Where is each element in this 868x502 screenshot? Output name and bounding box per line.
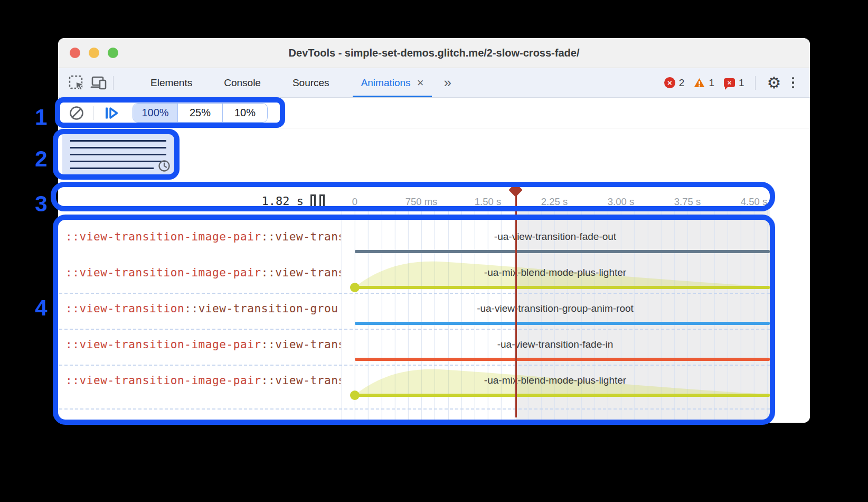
error-count: 2 [679,77,685,89]
toolbar-divider [755,76,756,90]
animation-name-label: -ua-view-transition-fade-in [341,339,770,350]
row-separator [59,329,770,330]
resume-all-button[interactable] [104,106,119,120]
callout-number-4: 4 [30,295,53,321]
toggle-device-toolbar-button[interactable] [88,72,110,94]
clear-all-icon [69,105,84,121]
panel-tabs: ElementsConsoleSourcesAnimations× [135,68,439,97]
tab-animations[interactable]: Animations× [345,68,440,97]
warning-icon [694,78,705,88]
ruler-tick-label: 4.50 s [741,196,767,208]
inspect-element-button[interactable] [65,72,88,94]
playhead-line[interactable] [515,193,517,417]
tab-label: Elements [150,77,192,89]
selector-prefix: ::view-transition-image-pair [65,230,261,243]
tab-label: Animations [361,77,411,89]
ruler-tick-label: 1.50 s [475,196,501,208]
row-separator [59,408,770,410]
animation-timeline-bar[interactable] [355,322,770,325]
ruler-tick-label: 3.00 s [608,196,634,208]
speed-button-100[interactable]: 100% [133,104,178,122]
current-time-readout: 1.82 s [262,194,304,208]
preview-line [70,147,166,148]
ruler-tick-label: 750 ms [405,196,438,208]
callout-number-3: 3 [30,191,53,217]
issues-icon: × [724,78,735,87]
selector-prefix: ::view-transition [65,302,184,315]
animation-name-label: -ua-view-transition-group-anim-root [341,303,770,314]
row-selector-text[interactable]: ::view-transition-image-pair::view-trans [65,230,341,244]
tab-elements[interactable]: Elements [135,68,208,97]
tab-sources[interactable]: Sources [277,68,345,97]
preview-line [70,140,166,142]
callout-number-2: 2 [30,146,53,172]
tab-close-icon[interactable]: × [417,77,424,89]
row-selector-text[interactable]: ::view-transition-image-pair::view-trans [65,374,341,387]
selector-prefix: ::view-transition-image-pair [65,374,261,387]
customize-menu-button[interactable] [789,74,798,92]
kebab-dot [792,77,795,80]
animation-name-label: -ua-mix-blend-mode-plus-lighter [341,267,770,278]
window-title: DevTools - simple-set-demos.glitch.me/2-… [58,38,810,68]
row-selector-text[interactable]: ::view-transition-image-pair::view-trans [65,338,341,351]
row-separator [59,365,770,366]
ruler-tick-label: 0 [352,196,357,208]
animation-tracks: ::view-transition-image-pair::view-trans… [58,210,810,423]
issues-count: 1 [739,77,744,89]
ruler-tick-label: 2.25 s [541,196,568,208]
selector-suffix: ::view-trans [261,338,341,351]
toolbar-divider [113,76,114,90]
tab-label: Sources [293,77,329,89]
issues-badge[interactable]: × 1 [724,77,744,89]
devtools-tab-bar: ElementsConsoleSourcesAnimations× » × 2 … [58,68,810,98]
row-selector-text[interactable]: ::view-transition::view-transition-grou [65,302,341,315]
selector-suffix: ::view-trans [261,230,341,243]
speed-button-25[interactable]: 25% [178,104,223,122]
selector-prefix: ::view-transition-image-pair [65,266,261,279]
playback-speed-group: 100%25%10% [133,103,268,123]
more-tabs-button[interactable]: » [439,75,455,91]
kebab-dot [792,86,795,89]
preview-line [70,154,166,155]
animations-toolbar: 100%25%10% [58,98,810,128]
preview-line [70,168,154,169]
zoom-window-button[interactable] [108,48,118,58]
active-tab-underline [353,96,432,97]
toolbar-right-group: × 2 1 × 1 ⚙ [664,74,797,92]
resume-play-icon [104,106,119,120]
animation-timeline-bar[interactable] [355,394,770,397]
preview-line [70,161,166,162]
toolbar-divider [93,106,93,120]
keyframe-dot[interactable] [350,391,360,400]
selector-suffix: ::view-transition-grou [184,302,338,315]
selector-suffix: ::view-trans [261,374,341,387]
clear-all-button[interactable] [69,105,84,121]
animation-timeline-bar[interactable] [355,250,770,253]
keyframe-dot[interactable] [350,283,360,292]
tab-console[interactable]: Console [208,68,277,97]
error-icon: × [664,77,675,88]
warning-badge[interactable]: 1 [694,77,714,89]
title-bar: DevTools - simple-set-demos.glitch.me/2-… [58,38,810,68]
traffic-lights [70,48,118,58]
tab-label: Console [224,77,261,89]
device-toolbar-icon [90,75,108,91]
animation-timeline-bar[interactable] [355,286,770,289]
animation-name-label: -ua-mix-blend-mode-plus-lighter [341,375,770,386]
minimize-window-button[interactable] [89,48,99,58]
inspect-icon [68,75,85,91]
animation-previews-row [58,128,810,187]
speed-button-10[interactable]: 10% [223,104,267,122]
selector-prefix: ::view-transition-image-pair [65,338,261,351]
animation-group-preview[interactable] [62,132,176,176]
kebab-dot [792,81,795,84]
ruler-tick-label: 3.75 s [674,196,701,208]
error-badge[interactable]: × 2 [664,77,685,89]
row-selector-text[interactable]: ::view-transition-image-pair::view-trans [65,266,341,280]
animation-timeline-bar[interactable] [355,358,770,361]
row-separator [59,293,770,294]
settings-gear-button[interactable]: ⚙ [767,75,781,91]
pause-icon [310,194,325,208]
close-window-button[interactable] [70,48,80,58]
clock-icon [158,160,171,172]
